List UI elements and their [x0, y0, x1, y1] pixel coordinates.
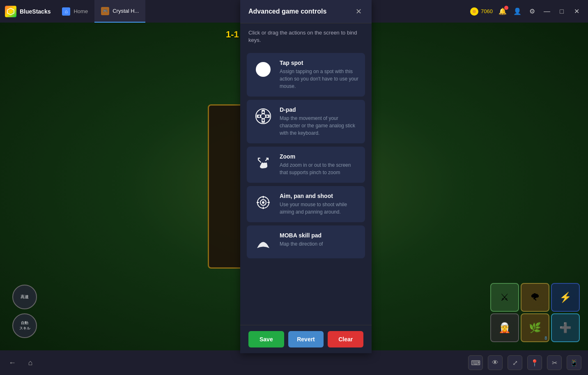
maximize-button[interactable]: □ [557, 7, 567, 16]
dpad-title: D-pad [280, 106, 358, 113]
skill-slot-5[interactable]: 🌿8 [521, 313, 549, 342]
taskbar-right: 7060 🔔 👤 ⚙ — □ ✕ [470, 7, 588, 16]
agc-item-moba[interactable]: MOBA skill pad Map the direction of [247, 225, 365, 258]
game-tab-icon: 🎮 [101, 7, 109, 15]
tab-home-label: Home [74, 8, 88, 14]
advanced-game-controls-panel: Advanced game controls ✕ Click or drag t… [240, 0, 372, 353]
bluestacks-logo-icon [5, 6, 16, 17]
user-button[interactable]: 👤 [512, 7, 522, 16]
tap-spot-desc: Assign tapping on a spot with this actio… [280, 68, 358, 90]
svg-point-20 [262, 202, 264, 203]
location-tool-button[interactable]: 📍 [527, 355, 542, 370]
aim-desc: Use your mouse to shoot while aiming and… [280, 201, 358, 216]
moba-content: MOBA skill pad Map the direction of [280, 232, 358, 248]
coin-display: 7060 [470, 7, 493, 16]
tap-spot-icon [253, 60, 273, 79]
skill-slot-4[interactable]: 🧝 [490, 313, 519, 342]
home-tab-icon: ⌂ [62, 7, 70, 16]
agc-close-button[interactable]: ✕ [354, 7, 363, 16]
tab-game-label: Crystal H... [113, 8, 139, 14]
tab-home[interactable]: ⌂ Home [55, 0, 94, 23]
back-button[interactable]: ← [7, 357, 18, 368]
notification-dot [504, 6, 508, 10]
coin-value: 7060 [481, 8, 493, 14]
close-button[interactable]: ✕ [572, 7, 581, 16]
skill-slot-6[interactable]: ➕ [551, 313, 580, 342]
skill-slot-3[interactable]: ⚡ [551, 283, 580, 312]
eye-tool-button[interactable]: 👁 [488, 355, 503, 370]
agc-item-dpad[interactable]: D-pad Map the movement of your character… [247, 100, 365, 143]
agc-item-zoom[interactable]: Zoom Add zoom in or out to the screen th… [247, 147, 365, 183]
tab-game[interactable]: 🎮 Crystal H... [94, 0, 145, 23]
svg-marker-1 [9, 9, 13, 14]
speed-button[interactable]: 高速 [12, 285, 37, 309]
zoom-content: Zoom Add zoom in or out to the screen th… [280, 153, 358, 176]
tap-spot-circle [256, 62, 271, 77]
dpad-desc: Map the movement of your character or th… [280, 115, 358, 137]
auto-skill-button[interactable]: 自動スキル [12, 313, 37, 338]
moba-title: MOBA skill pad [280, 232, 358, 239]
dpad-content: D-pad Map the movement of your character… [280, 106, 358, 137]
clear-button[interactable]: Clear [328, 331, 363, 347]
bluestacks-logo-area: BlueStacks [0, 6, 55, 17]
agc-item-tap-spot[interactable]: Tap spot Assign tapping on a spot with t… [247, 53, 365, 97]
revert-button[interactable]: Revert [288, 331, 324, 347]
home-button[interactable]: ⌂ [25, 357, 36, 368]
zoom-desc: Add zoom in or out to the screen that su… [280, 161, 358, 176]
moba-icon [253, 232, 273, 252]
agc-items-list[interactable]: Tap spot Assign tapping on a spot with t… [240, 50, 372, 325]
skill-slot-2[interactable]: 🌪 [521, 283, 549, 312]
agc-item-aim[interactable]: Aim, pan and shoot Use your mouse to sho… [247, 186, 365, 222]
left-controls: 高速 自動スキル [12, 285, 37, 338]
settings-button[interactable]: ⚙ [527, 7, 537, 16]
tap-spot-content: Tap spot Assign tapping on a spot with t… [280, 60, 358, 90]
stage-badge: 1-1 [226, 29, 239, 40]
save-button[interactable]: Save [248, 331, 284, 347]
minimize-button[interactable]: — [542, 7, 552, 16]
notification-button[interactable]: 🔔 [498, 7, 508, 16]
mobile-tool-button[interactable]: 📱 [567, 355, 581, 370]
aim-content: Aim, pan and shoot Use your mouse to sho… [280, 193, 358, 216]
svg-line-12 [258, 160, 261, 162]
tap-spot-title: Tap spot [280, 60, 358, 66]
skill-grid: ⚔ 🌪 ⚡ 🧝 🌿8 ➕ [490, 283, 580, 342]
resize-tool-button[interactable]: ⤢ [508, 355, 522, 370]
aim-title: Aim, pan and shoot [280, 193, 358, 199]
zoom-icon [253, 153, 273, 173]
bottombar-tools: ⌨ 👁 ⤢ 📍 ✂ 📱 [468, 355, 581, 370]
skill-slot-1[interactable]: ⚔ [490, 283, 519, 312]
svg-point-3 [473, 10, 476, 13]
coin-icon [470, 7, 478, 16]
agc-header: Advanced game controls ✕ [240, 0, 372, 23]
scissors-tool-button[interactable]: ✂ [547, 355, 562, 370]
keyboard-tool-button[interactable]: ⌨ [468, 355, 483, 370]
app-name: BlueStacks [20, 8, 51, 15]
svg-point-7 [261, 114, 265, 118]
bottombar: ← ⌂ ⌨ 👁 ⤢ 📍 ✂ 📱 [0, 350, 588, 375]
agc-subtitle: Click or drag the actions on the screen … [240, 23, 372, 50]
agc-title: Advanced game controls [248, 8, 326, 15]
aim-icon [253, 193, 273, 212]
moba-desc: Map the direction of [280, 240, 358, 248]
dpad-icon [253, 106, 273, 126]
zoom-title: Zoom [280, 153, 358, 160]
agc-footer: Save Revert Clear [240, 325, 372, 353]
